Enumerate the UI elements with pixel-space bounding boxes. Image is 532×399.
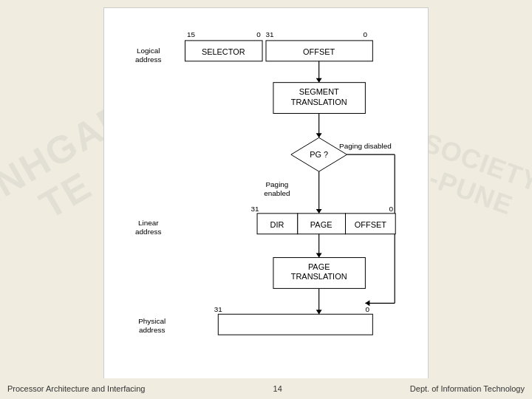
svg-text:31: 31: [265, 30, 274, 38]
svg-text:15: 15: [187, 30, 196, 38]
svg-text:Linear: Linear: [138, 219, 159, 227]
svg-text:PG ?: PG ?: [310, 150, 328, 159]
svg-text:TRANSLATION: TRANSLATION: [291, 272, 347, 281]
footer-center: 14: [273, 384, 282, 393]
svg-text:address: address: [135, 55, 161, 64]
svg-text:Paging: Paging: [265, 180, 288, 188]
svg-rect-49: [218, 314, 372, 335]
svg-marker-27: [316, 209, 322, 214]
svg-text:TRANSLATION: TRANSLATION: [291, 98, 347, 106]
watermark-left: SINHGADTE: [7, 22, 103, 332]
svg-marker-39: [316, 253, 322, 258]
svg-marker-16: [316, 133, 322, 137]
svg-text:0: 0: [389, 205, 393, 213]
svg-text:SELECTOR: SELECTOR: [202, 47, 245, 56]
svg-text:Logical: Logical: [137, 47, 160, 55]
svg-marker-11: [316, 78, 322, 83]
svg-text:enabled: enabled: [264, 189, 290, 197]
svg-text:Physical: Physical: [138, 317, 166, 325]
svg-text:0: 0: [364, 30, 368, 38]
main-content: 15 0 31 0 Logical address SELECTOR OFFSE…: [103, 7, 429, 384]
svg-text:OFFSET: OFFSET: [303, 47, 335, 56]
svg-text:Paging disabled: Paging disabled: [339, 142, 392, 150]
svg-text:0: 0: [256, 30, 261, 38]
svg-marker-44: [316, 310, 322, 314]
watermark-right: SOCIETY-PUNE: [429, 22, 525, 332]
footer-right: Dept. of Information Technology: [410, 384, 525, 393]
svg-text:31: 31: [214, 305, 223, 313]
svg-text:SEGMENT: SEGMENT: [299, 87, 339, 96]
footer: Processor Architecture and Interfacing 1…: [0, 378, 532, 399]
svg-text:31: 31: [251, 205, 260, 213]
svg-text:OFFSET: OFFSET: [355, 220, 386, 229]
svg-text:0: 0: [366, 305, 370, 313]
svg-text:address: address: [139, 326, 165, 334]
svg-text:DIR: DIR: [270, 220, 284, 229]
svg-text:address: address: [135, 228, 161, 236]
svg-text:PAGE: PAGE: [310, 220, 332, 229]
svg-text:PAGE: PAGE: [308, 262, 330, 271]
footer-left: Processor Architecture and Interfacing: [7, 384, 145, 393]
diagram: 15 0 31 0 Logical address SELECTOR OFFSE…: [104, 8, 428, 370]
